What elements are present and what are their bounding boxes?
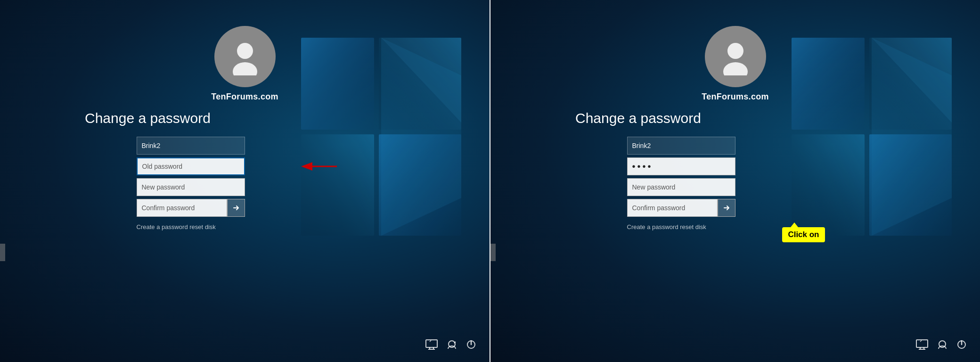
signin-icon-right[interactable] bbox=[937, 339, 948, 353]
svg-point-7 bbox=[233, 62, 257, 75]
svg-rect-26 bbox=[916, 340, 928, 347]
submit-arrow-button[interactable] bbox=[227, 199, 245, 217]
left-panel: TenForums.com Change a password bbox=[0, 0, 490, 362]
svg-rect-10 bbox=[426, 340, 437, 347]
username-row bbox=[137, 137, 306, 155]
old-password-input-right[interactable] bbox=[627, 157, 735, 175]
form-area-left: Create a password reset disk bbox=[137, 137, 306, 230]
new-password-input-right[interactable] bbox=[627, 178, 735, 196]
right-panel: TenForums.com Change a password bbox=[490, 0, 980, 362]
reset-disk-link-right[interactable]: Create a password reset disk bbox=[627, 223, 706, 230]
page-title: Change a password bbox=[0, 110, 211, 126]
username-label-right: TenForums.com bbox=[702, 92, 769, 102]
reset-disk-link[interactable]: Create a password reset disk bbox=[137, 223, 216, 230]
cancel-button-right[interactable]: Cancel bbox=[490, 244, 496, 261]
old-password-row bbox=[137, 157, 306, 175]
submit-arrow-button-right[interactable] bbox=[718, 199, 735, 217]
power-icon[interactable] bbox=[466, 339, 476, 353]
svg-line-30 bbox=[920, 340, 922, 342]
red-arrow-icon bbox=[299, 161, 339, 172]
form-area-right: Click on Create a password reset disk bbox=[627, 137, 797, 230]
avatar-right bbox=[705, 26, 766, 87]
svg-line-14 bbox=[430, 340, 431, 342]
new-password-row bbox=[137, 178, 306, 196]
avatar bbox=[214, 26, 276, 87]
confirm-password-row bbox=[137, 199, 306, 217]
svg-point-24 bbox=[727, 43, 743, 59]
svg-point-25 bbox=[723, 62, 748, 75]
svg-point-6 bbox=[237, 43, 253, 59]
username-row-right bbox=[627, 137, 797, 155]
left-panel-content: TenForums.com Change a password bbox=[0, 0, 490, 261]
new-password-input[interactable] bbox=[137, 178, 245, 196]
monitor-icon[interactable] bbox=[425, 339, 438, 353]
new-password-row-right bbox=[627, 178, 797, 196]
click-on-annotation: Click on bbox=[782, 227, 825, 242]
old-password-input[interactable] bbox=[137, 157, 245, 175]
bottom-icons-right bbox=[916, 339, 967, 353]
cancel-button[interactable]: Cancel bbox=[0, 244, 5, 261]
username-input[interactable] bbox=[137, 137, 245, 155]
old-password-row-right bbox=[627, 157, 797, 175]
username-input-right[interactable] bbox=[627, 137, 735, 155]
power-icon-right[interactable] bbox=[956, 339, 967, 353]
bottom-icons-left bbox=[425, 339, 476, 353]
confirm-password-input[interactable] bbox=[137, 199, 227, 217]
monitor-icon-right[interactable] bbox=[916, 339, 928, 353]
confirm-password-input-right[interactable] bbox=[627, 199, 718, 217]
page-title-right: Change a password bbox=[490, 110, 701, 126]
username-label: TenForums.com bbox=[211, 92, 278, 102]
confirm-password-row-right: Click on bbox=[627, 199, 797, 217]
panel-divider bbox=[490, 0, 490, 362]
signin-icon[interactable] bbox=[446, 339, 457, 353]
right-panel-content: TenForums.com Change a password bbox=[490, 0, 980, 261]
